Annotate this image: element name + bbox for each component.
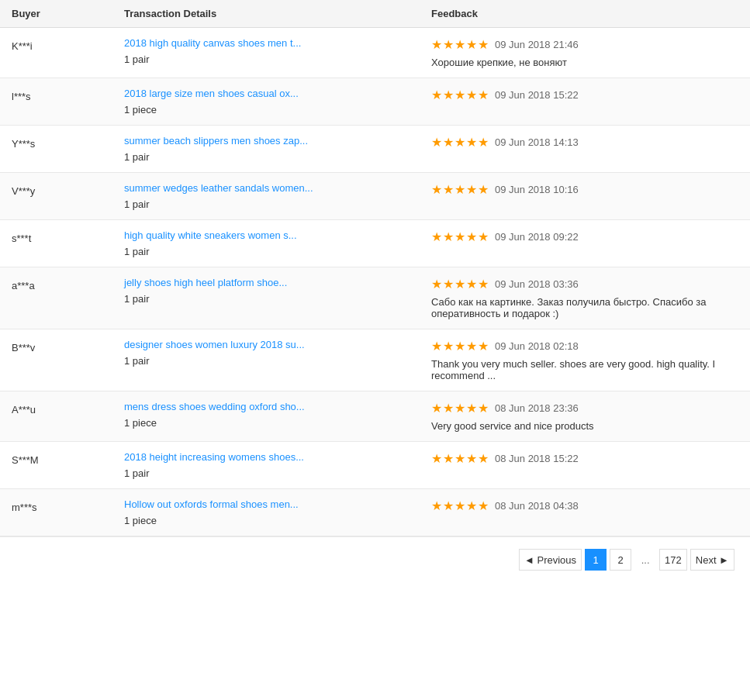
buyer-name: A***u [12,401,124,416]
quantity: 1 pair [124,53,431,65]
star-icon: ★ [431,277,442,291]
quantity: 1 pair [124,151,431,163]
feedback-date: 09 Jun 2018 15:22 [495,89,579,101]
feedback-date: 09 Jun 2018 21:46 [495,39,579,50]
feedback-top: ★★★★★ 09 Jun 2018 02:18 [431,339,738,353]
quantity: 1 pair [124,246,431,257]
table-row: a***a jelly shoes high heel platform sho… [0,267,750,329]
transaction-cell: 2018 large size men shoes casual ox... 1… [124,88,431,116]
star-icon: ★ [478,277,489,291]
star-rating: ★★★★★ [431,37,489,52]
star-icon: ★ [466,277,477,291]
transaction-link[interactable]: summer beach slippers men shoes zap... [124,135,431,147]
transaction-cell: 2018 high quality canvas shoes men t... … [124,37,431,65]
buyer-name: V***y [12,182,124,197]
previous-button[interactable]: ◄ Previous [519,549,582,571]
star-rating: ★★★★★ [431,498,489,513]
quantity: 1 piece [124,515,431,526]
transaction-cell: Hollow out oxfords formal shoes men... 1… [124,498,431,526]
star-icon: ★ [478,339,489,353]
star-icon: ★ [431,229,442,244]
star-icon: ★ [443,451,454,466]
pagination: ◄ Previous 1 2 ... 172 Next ► [0,536,750,582]
table-row: Y***s summer beach slippers men shoes za… [0,126,750,173]
star-icon: ★ [466,135,477,150]
star-icon: ★ [454,135,465,150]
table-row: s***t high quality white sneakers women … [0,220,750,267]
star-icon: ★ [443,229,454,244]
feedback-text: Сабо как на картинке. Заказ получила быс… [431,296,738,319]
star-icon: ★ [443,339,454,353]
buyer-name: m***s [12,498,124,513]
transaction-cell: summer wedges leather sandals women... 1… [124,182,431,210]
feedback-top: ★★★★★ 08 Jun 2018 04:38 [431,498,738,513]
buyer-name: s***t [12,229,124,244]
transaction-link[interactable]: high quality white sneakers women s... [124,229,431,241]
star-icon: ★ [443,277,454,291]
feedback-date: 09 Jun 2018 03:36 [495,278,579,290]
star-icon: ★ [454,229,465,244]
feedback-cell: ★★★★★ 09 Jun 2018 10:16 [431,182,738,197]
transaction-link[interactable]: Hollow out oxfords formal shoes men... [124,498,431,510]
buyer-name: Y***s [12,135,124,150]
feedback-cell: ★★★★★ 08 Jun 2018 15:22 [431,451,738,466]
feedback-cell: ★★★★★ 08 Jun 2018 04:38 [431,498,738,513]
feedback-date: 08 Jun 2018 04:38 [495,500,579,512]
buyer-name: S***M [12,451,124,466]
star-icon: ★ [431,182,442,197]
feedback-top: ★★★★★ 09 Jun 2018 09:22 [431,229,738,244]
star-rating: ★★★★★ [431,277,489,291]
star-icon: ★ [466,451,477,466]
page-2-button[interactable]: 2 [610,549,631,571]
transaction-link[interactable]: summer wedges leather sandals women... [124,182,431,194]
star-icon: ★ [443,37,454,52]
star-icon: ★ [478,229,489,244]
star-icon: ★ [478,37,489,52]
star-icon: ★ [443,135,454,150]
feedback-date: 09 Jun 2018 14:13 [495,136,579,148]
transaction-cell: mens dress shoes wedding oxford sho... 1… [124,401,431,429]
star-icon: ★ [466,37,477,52]
star-icon: ★ [466,498,477,513]
star-icon: ★ [454,277,465,291]
feedback-cell: ★★★★★ 09 Jun 2018 21:46 Хорошие крепкие,… [431,37,738,68]
feedback-date: 09 Jun 2018 02:18 [495,340,579,352]
star-icon: ★ [454,401,465,416]
transaction-cell: summer beach slippers men shoes zap... 1… [124,135,431,163]
feedback-top: ★★★★★ 09 Jun 2018 14:13 [431,135,738,150]
star-icon: ★ [454,451,465,466]
star-icon: ★ [454,88,465,102]
star-icon: ★ [443,182,454,197]
header-buyer: Buyer [12,8,124,19]
feedback-cell: ★★★★★ 09 Jun 2018 03:36 Сабо как на карт… [431,277,738,319]
feedback-top: ★★★★★ 09 Jun 2018 03:36 [431,277,738,291]
star-icon: ★ [431,37,442,52]
feedback-table: Buyer Transaction Details Feedback K***i… [0,0,750,582]
table-row: S***M 2018 height increasing womens shoe… [0,442,750,489]
transaction-cell: designer shoes women luxury 2018 su... 1… [124,339,431,367]
next-button[interactable]: Next ► [690,549,734,571]
star-icon: ★ [443,401,454,416]
quantity: 1 pair [124,467,431,479]
star-icon: ★ [431,88,442,102]
star-rating: ★★★★★ [431,229,489,244]
buyer-name: B***v [12,339,124,353]
transaction-cell: 2018 height increasing womens shoes... 1… [124,451,431,479]
transaction-link[interactable]: jelly shoes high heel platform shoe... [124,277,431,288]
transaction-link[interactable]: mens dress shoes wedding oxford sho... [124,401,431,412]
star-icon: ★ [454,182,465,197]
transaction-link[interactable]: designer shoes women luxury 2018 su... [124,339,431,350]
last-page-button[interactable]: 172 [659,549,687,571]
feedback-cell: ★★★★★ 09 Jun 2018 09:22 [431,229,738,244]
star-icon: ★ [431,339,442,353]
quantity: 1 pair [124,198,431,210]
feedback-top: ★★★★★ 08 Jun 2018 23:36 [431,401,738,416]
transaction-link[interactable]: 2018 height increasing womens shoes... [124,451,431,463]
quantity: 1 pair [124,355,431,367]
transaction-link[interactable]: 2018 high quality canvas shoes men t... [124,37,431,49]
star-icon: ★ [431,135,442,150]
page-1-button[interactable]: 1 [585,549,607,571]
transaction-link[interactable]: 2018 large size men shoes casual ox... [124,88,431,99]
feedback-cell: ★★★★★ 09 Jun 2018 14:13 [431,135,738,150]
ellipsis: ... [634,549,656,571]
